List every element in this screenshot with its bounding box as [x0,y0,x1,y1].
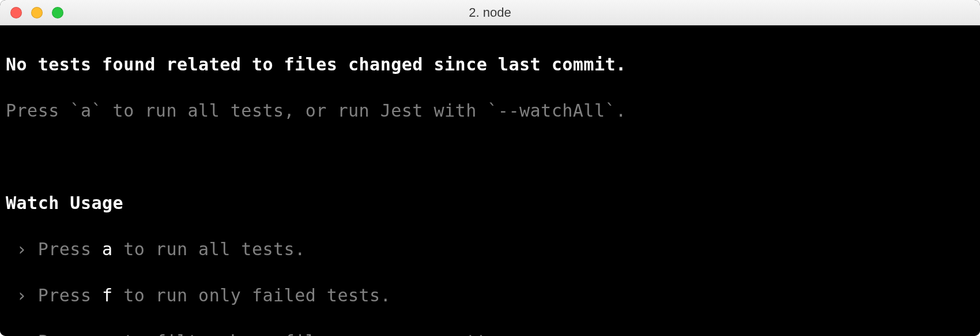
key-f: f [102,285,113,305]
key-a: a [102,239,113,259]
press-label: Press [38,331,102,336]
window-title: 2. node [0,5,980,20]
usage-item: › Press f to run only failed tests. [6,284,974,307]
usage-item: › Press a to run all tests. [6,238,974,261]
key-p: p [102,331,113,336]
press-label: Press [38,285,102,305]
titlebar: 2. node [0,0,980,25]
hint-line: Press `a` to run all tests, or run Jest … [6,100,627,121]
close-icon[interactable] [10,7,22,18]
key-f-desc: to run only failed tests. [113,285,391,305]
terminal-window: 2. node No tests found related to files … [0,0,980,336]
minimize-icon[interactable] [31,7,43,18]
usage-item: › Press p to filter by a filename regex … [6,330,974,336]
traffic-lights [10,7,63,18]
terminal-output[interactable]: No tests found related to files changed … [0,25,980,336]
key-a-desc: to run all tests. [113,239,306,259]
key-p-desc: to filter by a filename regex pattern. [113,331,530,336]
zoom-icon[interactable] [52,7,63,18]
watch-usage-heading: Watch Usage [6,193,123,213]
press-label: Press [38,239,102,259]
bullet-icon: › [6,239,38,259]
bullet-icon: › [6,331,38,336]
status-line: No tests found related to files changed … [6,54,627,74]
bullet-icon: › [6,285,38,305]
